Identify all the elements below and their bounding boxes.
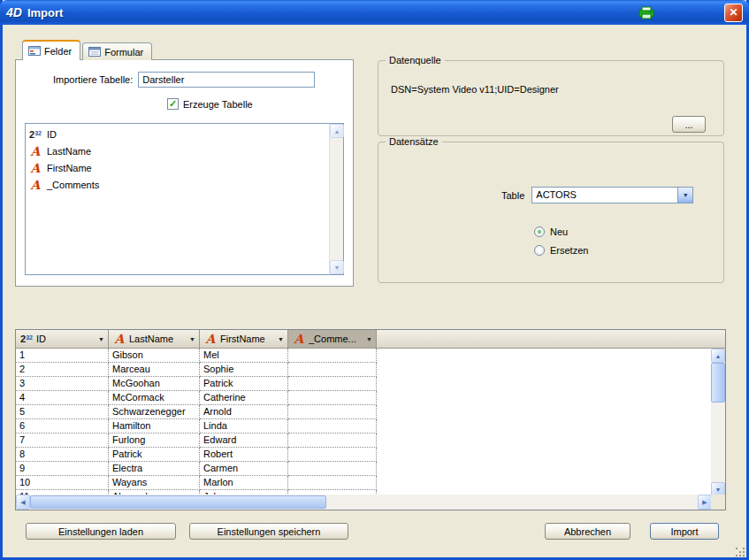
scroll-left-button[interactable]: ◀ <box>16 495 30 510</box>
table-row[interactable]: 4McCormackCatherine <box>16 391 712 405</box>
column-header-id[interactable]: 232ID▼ <box>16 330 109 348</box>
cell: 8 <box>16 448 109 462</box>
field-name: LastName <box>47 146 91 157</box>
cell: McGoohan <box>109 377 200 391</box>
radio-ersetzen-label: Ersetzen <box>550 245 588 256</box>
alpha-type-icon: A <box>28 162 42 174</box>
column-dropdown-arrow-icon[interactable]: ▼ <box>189 336 195 342</box>
table-row[interactable]: 7FurlongEdward <box>16 433 712 448</box>
cell: 9 <box>16 462 109 476</box>
longint-type-icon: 232 <box>28 129 42 140</box>
table-row[interactable]: 10WayansMarlon <box>16 476 712 490</box>
cell: Electra <box>109 462 200 476</box>
column-dropdown-arrow-icon[interactable]: ▼ <box>278 336 284 342</box>
fields-list-scrollbar[interactable]: ▲ ▼ <box>329 124 343 274</box>
cell: Furlong <box>109 433 200 448</box>
import-dialog: 4D Import ✕ <box>0 0 749 560</box>
save-settings-button[interactable]: Einstellungen speichern <box>189 523 348 540</box>
tab-label: Formular <box>104 47 143 58</box>
table-combobox-value: ACTORS <box>532 188 677 203</box>
scroll-track[interactable] <box>330 138 343 260</box>
cell: Carmen <box>200 462 288 476</box>
table-row[interactable]: 2MarceauSophie <box>16 363 712 377</box>
alpha-type-icon: A <box>28 145 42 157</box>
grid-vertical-scrollbar[interactable]: ▲ ▼ <box>711 349 725 496</box>
field-item-comments[interactable]: A_Comments <box>26 176 329 193</box>
cell: 4 <box>16 391 109 405</box>
field-item-firstname[interactable]: AFirstName <box>26 159 329 176</box>
fields-tab-panel: Importiere Tabelle: ✓ Erzeuge Tabelle 23… <box>15 59 354 287</box>
import-table-input[interactable] <box>138 72 315 88</box>
table-select-row: Table ACTORS ▼ <box>501 187 693 203</box>
scroll-track[interactable] <box>30 495 698 510</box>
cell: Patrick <box>200 377 288 391</box>
resize-grip[interactable] <box>734 546 745 557</box>
app-icon-4d: 4D <box>6 5 22 19</box>
window-title: Import <box>27 6 632 19</box>
radio-neu[interactable] <box>534 226 545 237</box>
scroll-down-button[interactable]: ▼ <box>330 260 344 274</box>
create-table-row: ✓ Erzeuge Tabelle <box>167 98 253 110</box>
cell: 10 <box>16 476 109 490</box>
column-label: LastName <box>129 334 173 344</box>
cell: Arnold <box>200 405 288 419</box>
close-button[interactable]: ✕ <box>724 4 743 22</box>
grid-body: 1GibsonMel2MarceauSophie3McGoohanPatrick… <box>16 349 712 496</box>
cell: Mel <box>200 349 288 363</box>
field-item-id[interactable]: 232ID <box>26 126 329 142</box>
alpha-type-icon: A <box>203 333 218 345</box>
scroll-thumb[interactable] <box>711 363 725 403</box>
table-combobox[interactable]: ACTORS ▼ <box>531 187 693 203</box>
column-dropdown-arrow-icon[interactable]: ▼ <box>98 336 104 342</box>
cell: Wayans <box>109 476 200 490</box>
field-item-lastname[interactable]: ALastName <box>26 142 329 159</box>
alpha-type-icon: A <box>112 333 126 345</box>
cancel-button[interactable]: Abbrechen <box>545 523 631 540</box>
table-row[interactable]: 1GibsonMel <box>16 349 712 363</box>
column-header-firstname[interactable]: AFirstName▼ <box>200 330 288 348</box>
scroll-track[interactable] <box>711 363 725 482</box>
field-name: FirstName <box>47 163 92 173</box>
browse-datasource-button[interactable]: ... <box>672 116 706 133</box>
scroll-right-button[interactable]: ▶ <box>698 495 712 510</box>
radio-row-ersetzen: Ersetzen <box>534 245 588 256</box>
grid-horizontal-scrollbar[interactable]: ◀ ▶ <box>16 495 712 510</box>
table-label: Table <box>501 190 524 201</box>
column-header-lastname[interactable]: ALastName▼ <box>109 330 200 348</box>
scroll-up-button[interactable]: ▲ <box>330 124 344 138</box>
table-row[interactable]: 5SchwarzeneggerArnold <box>16 405 712 419</box>
cell: Patrick <box>109 448 200 462</box>
fields-listbox: 232IDALastNameAFirstNameA_Comments ▲ ▼ <box>25 123 344 275</box>
chevron-down-icon[interactable]: ▼ <box>677 188 692 203</box>
titlebar[interactable]: 4D Import ✕ <box>0 0 749 25</box>
tab-felder[interactable]: Felder <box>22 40 80 60</box>
column-dropdown-arrow-icon[interactable]: ▼ <box>366 336 372 342</box>
printer-icon[interactable] <box>638 5 655 20</box>
radio-ersetzen[interactable] <box>534 245 545 256</box>
alpha-type-icon: A <box>28 179 42 191</box>
grid-header: 232ID▼ALastName▼AFirstName▼A_Comme...▼ <box>16 330 725 349</box>
cell: Sophie <box>200 363 288 377</box>
tab-formular[interactable]: Formular <box>82 42 152 60</box>
radio-neu-label: Neu <box>550 226 568 237</box>
cell: 5 <box>16 405 109 419</box>
scroll-thumb[interactable] <box>30 495 326 509</box>
cell: Catherine <box>200 391 288 405</box>
load-settings-button[interactable]: Einstellungen laden <box>26 523 176 540</box>
table-row[interactable]: 9ElectraCarmen <box>16 462 712 476</box>
column-header-filler <box>377 330 725 348</box>
column-header-comme[interactable]: A_Comme...▼ <box>288 330 377 348</box>
import-button[interactable]: Import <box>650 523 719 540</box>
cell: Edward <box>200 433 288 448</box>
tab-label: Felder <box>44 46 72 57</box>
table-row[interactable]: 3McGoohanPatrick <box>16 377 712 391</box>
dialog-client-area: Felder Formular Importiere Tabelle: <box>3 25 746 557</box>
alpha-type-icon: A <box>292 333 306 345</box>
create-table-checkbox[interactable]: ✓ <box>167 98 179 110</box>
cell: 3 <box>16 377 109 391</box>
table-row[interactable]: 8PatrickRobert <box>16 448 712 462</box>
table-row[interactable]: 6HamiltonLinda <box>16 419 712 433</box>
field-name: ID <box>47 129 57 140</box>
column-label: FirstName <box>220 334 265 344</box>
scroll-up-button[interactable]: ▲ <box>711 349 725 363</box>
